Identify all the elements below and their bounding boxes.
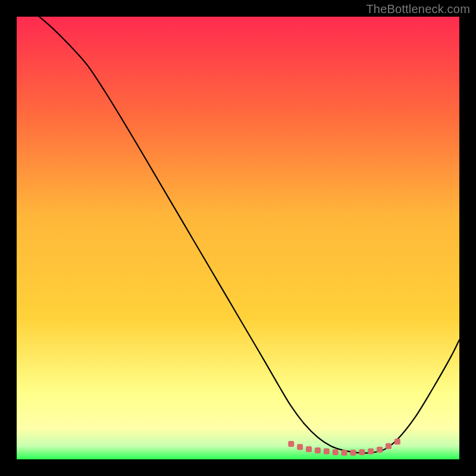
valley-marker xyxy=(315,447,321,453)
valley-marker xyxy=(386,443,392,449)
valley-marker xyxy=(342,450,347,456)
valley-marker xyxy=(333,449,339,455)
valley-marker xyxy=(368,449,374,455)
valley-marker xyxy=(377,447,383,453)
valley-marker xyxy=(306,446,312,452)
watermark-text: TheBottleneck.com xyxy=(366,2,470,16)
valley-marker xyxy=(324,449,330,455)
valley-marker xyxy=(288,441,294,447)
valley-marker xyxy=(350,450,356,456)
chart-stage: TheBottleneck.com xyxy=(0,0,476,476)
gradient-background xyxy=(17,17,459,459)
valley-marker xyxy=(297,444,303,450)
valley-marker xyxy=(394,439,400,444)
chart-plot xyxy=(17,17,459,459)
valley-marker xyxy=(359,449,365,455)
